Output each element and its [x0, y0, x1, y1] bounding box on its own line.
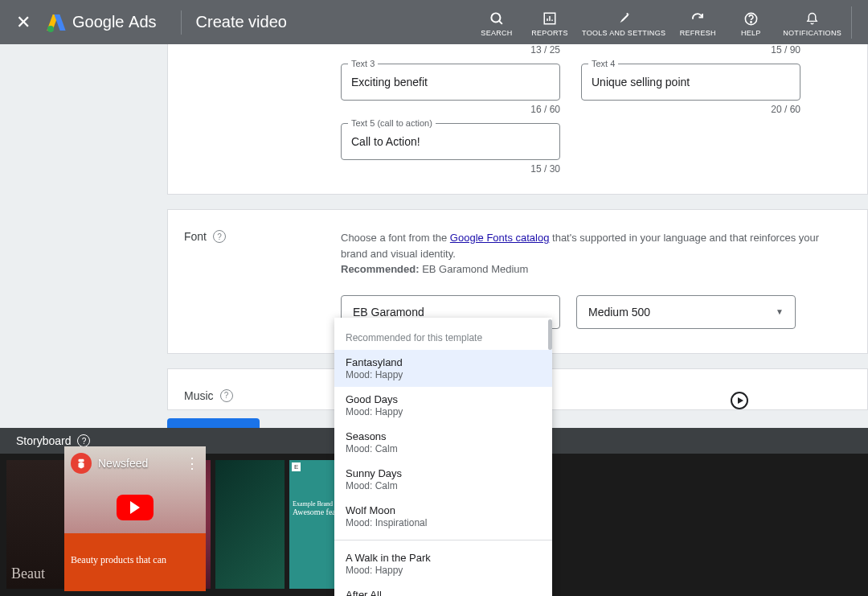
header-divider: [181, 10, 182, 35]
music-option-fantasyland[interactable]: FantasylandMood: Happy: [334, 350, 552, 387]
page-title: Create video: [196, 13, 287, 31]
text-fields-card: 13 / 25 Text 3 Exciting benefit 16 / 60 …: [167, 44, 868, 195]
text4-counter: 20 / 60: [581, 104, 800, 115]
svg-line-1: [498, 20, 502, 23]
bell-icon: [805, 10, 819, 27]
nav-refresh[interactable]: REFRESH: [677, 6, 719, 38]
play-button[interactable]: [731, 392, 748, 409]
storyboard-thumb[interactable]: [215, 460, 285, 589]
music-dropdown: Recommended for this template Fantasylan…: [334, 318, 552, 596]
youtube-play-button[interactable]: [117, 495, 154, 520]
youtube-embed[interactable]: Newsfeed ⋮ Beauty products that can: [64, 446, 206, 591]
tools-icon: [616, 10, 631, 27]
music-option-seasons[interactable]: SeasonsMood: Calm: [334, 424, 552, 461]
youtube-title: Newsfeed: [98, 457, 148, 470]
play-icon: [738, 397, 743, 404]
header-divider-right: [851, 6, 852, 39]
google-ads-logo: Google Ads: [48, 13, 157, 31]
nav-tools[interactable]: TOOLS AND SETTINGS: [582, 6, 665, 38]
play-icon: [130, 501, 140, 514]
close-icon[interactable]: ✕: [16, 12, 32, 33]
music-option-wolf-moon[interactable]: Wolf MoonMood: Inspirational: [334, 498, 552, 535]
nav-search[interactable]: SEARCH: [476, 6, 518, 38]
youtube-menu-icon[interactable]: ⋮: [185, 454, 199, 472]
nav-help[interactable]: HELP: [730, 6, 772, 38]
font-section-label: Font?: [184, 230, 226, 243]
dropdown-separator: [334, 540, 552, 541]
help-icon[interactable]: ?: [213, 230, 226, 243]
music-option-good-days[interactable]: Good DaysMood: Happy: [334, 387, 552, 424]
nav-notifications[interactable]: NOTIFICATIONS: [783, 6, 841, 38]
search-icon: [489, 10, 505, 27]
scrollbar[interactable]: [548, 319, 552, 350]
text5-counter: 15 / 30: [341, 163, 560, 175]
music-option-after-all[interactable]: After AllMood: Calm: [334, 582, 552, 596]
help-icon[interactable]: ?: [220, 389, 233, 402]
text4-input[interactable]: Text 4 Unique selling point: [581, 64, 800, 101]
music-section-label: Music?: [184, 389, 233, 402]
dropdown-header: Recommended for this template: [334, 318, 552, 350]
help-icon[interactable]: ?: [77, 434, 90, 447]
nav-reports[interactable]: REPORTS: [529, 6, 571, 38]
youtube-caption: Beauty products that can: [71, 554, 199, 567]
music-option-walk-in-park[interactable]: A Walk in the ParkMood: Happy: [334, 545, 552, 582]
music-option-sunny-days[interactable]: Sunny DaysMood: Calm: [334, 461, 552, 498]
text3-input[interactable]: Text 3 Exciting benefit: [341, 64, 560, 101]
svg-point-7: [751, 21, 751, 22]
svg-point-0: [491, 13, 500, 22]
text5-input[interactable]: Text 5 (call to action) Call to Action!: [341, 123, 560, 160]
youtube-channel-icon: [71, 453, 92, 474]
svg-rect-8: [79, 459, 84, 462]
text2-counter: 15 / 90: [581, 44, 800, 55]
font-weight-select[interactable]: Medium 500▼: [576, 295, 796, 329]
help-icon: [743, 10, 759, 27]
reports-icon: [542, 10, 557, 27]
refresh-icon: [690, 10, 705, 27]
font-description: Choose a font from the Google Fonts cata…: [341, 230, 847, 277]
text3-counter: 16 / 60: [341, 104, 560, 115]
chevron-down-icon: ▼: [776, 307, 784, 316]
text1-counter: 13 / 25: [341, 44, 560, 55]
google-fonts-link[interactable]: Google Fonts catalog: [450, 232, 550, 244]
